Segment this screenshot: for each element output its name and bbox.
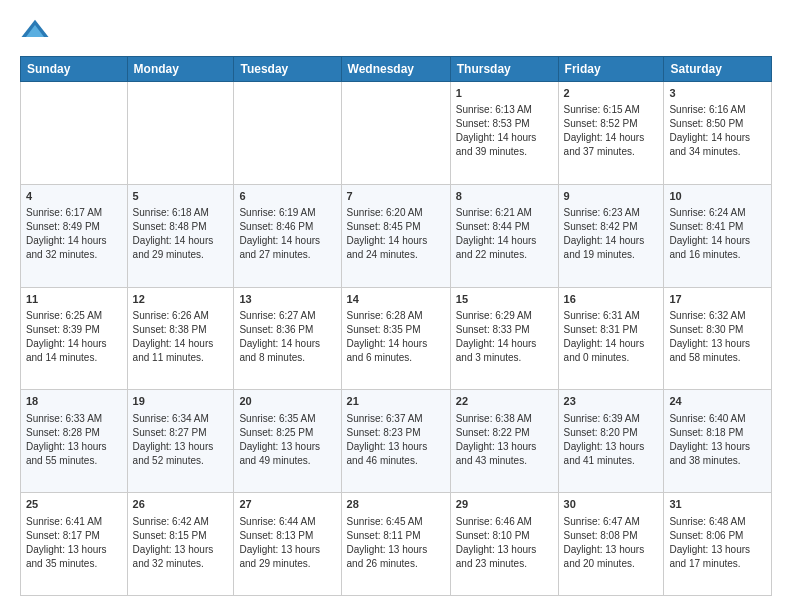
calendar-cell: [21, 82, 128, 185]
calendar-cell: 29Sunrise: 6:46 AMSunset: 8:10 PMDayligh…: [450, 493, 558, 596]
day-number: 10: [669, 189, 766, 204]
day-number: 12: [133, 292, 229, 307]
calendar-cell: 20Sunrise: 6:35 AMSunset: 8:25 PMDayligh…: [234, 390, 341, 493]
sunrise-text: Sunrise: 6:23 AM: [564, 207, 640, 218]
calendar-cell: 8Sunrise: 6:21 AMSunset: 8:44 PMDaylight…: [450, 184, 558, 287]
sunset-text: Sunset: 8:28 PM: [26, 427, 100, 438]
daylight-text: Daylight: 14 hours and 32 minutes.: [26, 235, 107, 260]
calendar-cell: 27Sunrise: 6:44 AMSunset: 8:13 PMDayligh…: [234, 493, 341, 596]
daylight-text: Daylight: 13 hours and 58 minutes.: [669, 338, 750, 363]
day-number: 13: [239, 292, 335, 307]
sunset-text: Sunset: 8:53 PM: [456, 118, 530, 129]
day-number: 21: [347, 394, 445, 409]
sunrise-text: Sunrise: 6:16 AM: [669, 104, 745, 115]
calendar-cell: [234, 82, 341, 185]
daylight-text: Daylight: 14 hours and 19 minutes.: [564, 235, 645, 260]
day-number: 16: [564, 292, 659, 307]
sunset-text: Sunset: 8:06 PM: [669, 530, 743, 541]
sunset-text: Sunset: 8:27 PM: [133, 427, 207, 438]
daylight-text: Daylight: 14 hours and 0 minutes.: [564, 338, 645, 363]
sunrise-text: Sunrise: 6:21 AM: [456, 207, 532, 218]
sunrise-text: Sunrise: 6:44 AM: [239, 516, 315, 527]
calendar-cell: 5Sunrise: 6:18 AMSunset: 8:48 PMDaylight…: [127, 184, 234, 287]
calendar-cell: 28Sunrise: 6:45 AMSunset: 8:11 PMDayligh…: [341, 493, 450, 596]
sunset-text: Sunset: 8:30 PM: [669, 324, 743, 335]
sunrise-text: Sunrise: 6:18 AM: [133, 207, 209, 218]
sunrise-text: Sunrise: 6:37 AM: [347, 413, 423, 424]
daylight-text: Daylight: 14 hours and 22 minutes.: [456, 235, 537, 260]
calendar-cell: 14Sunrise: 6:28 AMSunset: 8:35 PMDayligh…: [341, 287, 450, 390]
day-number: 3: [669, 86, 766, 101]
sunrise-text: Sunrise: 6:27 AM: [239, 310, 315, 321]
sunset-text: Sunset: 8:08 PM: [564, 530, 638, 541]
daylight-text: Daylight: 14 hours and 37 minutes.: [564, 132, 645, 157]
calendar-cell: 26Sunrise: 6:42 AMSunset: 8:15 PMDayligh…: [127, 493, 234, 596]
calendar-cell: 30Sunrise: 6:47 AMSunset: 8:08 PMDayligh…: [558, 493, 664, 596]
day-number: 4: [26, 189, 122, 204]
day-number: 5: [133, 189, 229, 204]
sunset-text: Sunset: 8:42 PM: [564, 221, 638, 232]
sunrise-text: Sunrise: 6:45 AM: [347, 516, 423, 527]
sunrise-text: Sunrise: 6:17 AM: [26, 207, 102, 218]
week-row-3: 11Sunrise: 6:25 AMSunset: 8:39 PMDayligh…: [21, 287, 772, 390]
sunset-text: Sunset: 8:13 PM: [239, 530, 313, 541]
day-number: 23: [564, 394, 659, 409]
daylight-text: Daylight: 13 hours and 43 minutes.: [456, 441, 537, 466]
sunset-text: Sunset: 8:48 PM: [133, 221, 207, 232]
daylight-text: Daylight: 14 hours and 24 minutes.: [347, 235, 428, 260]
day-number: 11: [26, 292, 122, 307]
sunrise-text: Sunrise: 6:28 AM: [347, 310, 423, 321]
sunset-text: Sunset: 8:52 PM: [564, 118, 638, 129]
calendar-cell: 16Sunrise: 6:31 AMSunset: 8:31 PMDayligh…: [558, 287, 664, 390]
calendar-cell: 3Sunrise: 6:16 AMSunset: 8:50 PMDaylight…: [664, 82, 772, 185]
daylight-text: Daylight: 13 hours and 23 minutes.: [456, 544, 537, 569]
calendar-cell: 15Sunrise: 6:29 AMSunset: 8:33 PMDayligh…: [450, 287, 558, 390]
page: SundayMondayTuesdayWednesdayThursdayFrid…: [0, 0, 792, 612]
day-number: 15: [456, 292, 553, 307]
weekday-header-friday: Friday: [558, 57, 664, 82]
day-number: 30: [564, 497, 659, 512]
weekday-header-monday: Monday: [127, 57, 234, 82]
calendar-cell: 2Sunrise: 6:15 AMSunset: 8:52 PMDaylight…: [558, 82, 664, 185]
sunrise-text: Sunrise: 6:29 AM: [456, 310, 532, 321]
sunset-text: Sunset: 8:23 PM: [347, 427, 421, 438]
calendar-cell: [127, 82, 234, 185]
day-number: 27: [239, 497, 335, 512]
daylight-text: Daylight: 14 hours and 14 minutes.: [26, 338, 107, 363]
sunset-text: Sunset: 8:44 PM: [456, 221, 530, 232]
sunrise-text: Sunrise: 6:24 AM: [669, 207, 745, 218]
weekday-header-tuesday: Tuesday: [234, 57, 341, 82]
daylight-text: Daylight: 14 hours and 39 minutes.: [456, 132, 537, 157]
calendar-cell: 6Sunrise: 6:19 AMSunset: 8:46 PMDaylight…: [234, 184, 341, 287]
day-number: 6: [239, 189, 335, 204]
sunset-text: Sunset: 8:39 PM: [26, 324, 100, 335]
daylight-text: Daylight: 13 hours and 52 minutes.: [133, 441, 214, 466]
sunset-text: Sunset: 8:25 PM: [239, 427, 313, 438]
sunset-text: Sunset: 8:18 PM: [669, 427, 743, 438]
weekday-header-wednesday: Wednesday: [341, 57, 450, 82]
calendar-cell: [341, 82, 450, 185]
logo-icon: [20, 16, 50, 46]
sunrise-text: Sunrise: 6:32 AM: [669, 310, 745, 321]
sunrise-text: Sunrise: 6:34 AM: [133, 413, 209, 424]
daylight-text: Daylight: 13 hours and 55 minutes.: [26, 441, 107, 466]
day-number: 25: [26, 497, 122, 512]
daylight-text: Daylight: 13 hours and 32 minutes.: [133, 544, 214, 569]
week-row-1: 1Sunrise: 6:13 AMSunset: 8:53 PMDaylight…: [21, 82, 772, 185]
sunset-text: Sunset: 8:17 PM: [26, 530, 100, 541]
header: [20, 16, 772, 46]
sunrise-text: Sunrise: 6:41 AM: [26, 516, 102, 527]
calendar-cell: 17Sunrise: 6:32 AMSunset: 8:30 PMDayligh…: [664, 287, 772, 390]
daylight-text: Daylight: 13 hours and 17 minutes.: [669, 544, 750, 569]
calendar-cell: 23Sunrise: 6:39 AMSunset: 8:20 PMDayligh…: [558, 390, 664, 493]
calendar-cell: 22Sunrise: 6:38 AMSunset: 8:22 PMDayligh…: [450, 390, 558, 493]
sunset-text: Sunset: 8:31 PM: [564, 324, 638, 335]
sunrise-text: Sunrise: 6:48 AM: [669, 516, 745, 527]
day-number: 22: [456, 394, 553, 409]
day-number: 17: [669, 292, 766, 307]
day-number: 14: [347, 292, 445, 307]
sunset-text: Sunset: 8:22 PM: [456, 427, 530, 438]
calendar-cell: 31Sunrise: 6:48 AMSunset: 8:06 PMDayligh…: [664, 493, 772, 596]
sunrise-text: Sunrise: 6:19 AM: [239, 207, 315, 218]
logo: [20, 16, 54, 46]
